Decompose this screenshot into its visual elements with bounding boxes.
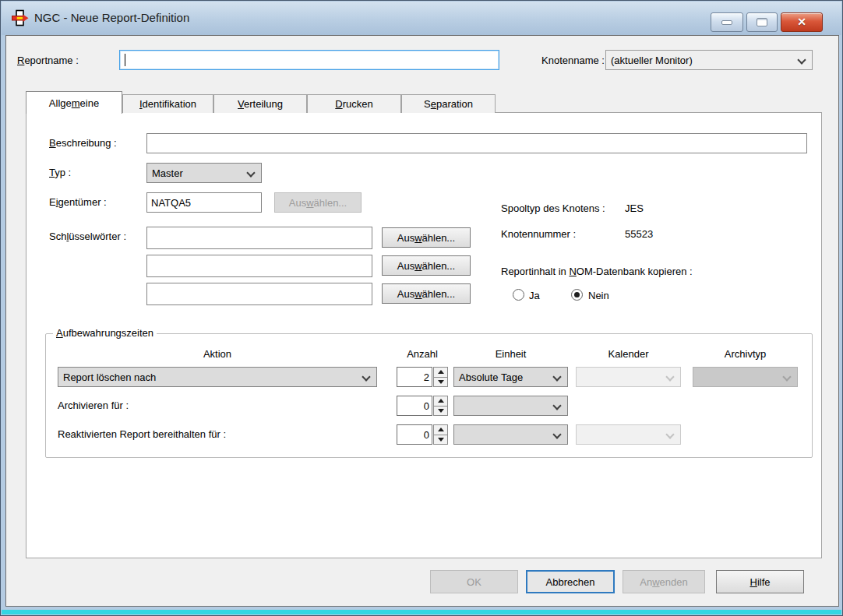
- tab-identifikation[interactable]: Identifikation: [122, 94, 213, 113]
- arrow-up-icon: [438, 428, 444, 431]
- typ-value: Master: [152, 167, 183, 180]
- kalender-dropdown-1: [576, 367, 681, 387]
- chevron-down-icon: [246, 168, 255, 177]
- screen: NGC - Neue Report-Definition Reportname …: [0, 0, 843, 616]
- chevron-down-icon: [665, 430, 674, 438]
- beschreibung-input[interactable]: [146, 133, 807, 153]
- typ-label: Typ :: [49, 167, 71, 179]
- dialog-client-area: Reportname : Knotenname : (aktueller Mon…: [5, 35, 839, 607]
- spinner-down-button[interactable]: [433, 435, 448, 445]
- keyword-auswaehlen-button-2[interactable]: Auswählen...: [382, 255, 471, 276]
- title-bar[interactable]: NGC - Neue Report-Definition: [2, 2, 841, 35]
- aktion-dropdown[interactable]: Report löschen nach: [58, 367, 377, 387]
- text-caret: [125, 54, 125, 66]
- spooltyp-value: JES: [625, 202, 644, 215]
- hilfe-button[interactable]: Hilfe: [716, 570, 804, 593]
- keyword-input-3[interactable]: [146, 283, 372, 305]
- app-icon: [12, 9, 29, 26]
- arrow-down-icon: [438, 438, 444, 442]
- tab-strip: Allgemeine Identifikation Verteilung Dru…: [26, 90, 496, 113]
- dialog-window: NGC - Neue Report-Definition Reportname …: [0, 0, 843, 616]
- einheit-value-1: Absolute Tage: [459, 371, 523, 384]
- knotennummer-label: Knotennummer :: [501, 228, 576, 241]
- radio-nein[interactable]: [571, 289, 583, 301]
- schluesselwoerter-label: Schlüsselwörter :: [49, 231, 126, 243]
- beschreibung-label: Beschreibung :: [49, 137, 117, 150]
- tab-verteilung[interactable]: Verteilung: [213, 94, 307, 113]
- spinner-up-button[interactable]: [433, 424, 448, 435]
- chevron-down-icon: [552, 372, 561, 381]
- anzahl-value-2[interactable]: 0: [397, 396, 432, 416]
- radio-ja[interactable]: [513, 289, 524, 301]
- eigentuemer-label: Eigentümer :: [49, 196, 107, 209]
- ok-button: OK: [430, 570, 518, 593]
- maximize-button[interactable]: [746, 12, 778, 32]
- column-header-anzahl: Anzahl: [397, 348, 448, 361]
- chevron-down-icon: [797, 55, 806, 64]
- archivtyp-dropdown-1: [693, 367, 798, 387]
- anzahl-value-3[interactable]: 0: [397, 424, 432, 445]
- window-controls: [711, 12, 823, 32]
- arrow-down-icon: [438, 380, 444, 384]
- einheit-dropdown-2[interactable]: [453, 396, 568, 416]
- reportname-label: Reportname :: [17, 55, 79, 67]
- keyword-auswaehlen-button-1[interactable]: Auswählen...: [382, 227, 471, 248]
- kalender-dropdown-3: [576, 424, 681, 445]
- close-icon: [797, 16, 806, 28]
- arrow-up-icon: [438, 399, 444, 403]
- eigentuemer-input[interactable]: [146, 192, 262, 213]
- aufbewahrungszeiten-group: Aufbewahrungszeiten Aktion Anzahl Einhei…: [45, 333, 813, 458]
- archivieren-fuer-label: Archivieren für :: [58, 400, 129, 412]
- keyword-input-2[interactable]: [146, 255, 372, 277]
- spinner-down-button[interactable]: [433, 407, 448, 417]
- knotennummer-value: 55523: [625, 228, 653, 241]
- anzahl-spinner-2: 0: [397, 396, 448, 416]
- eigentuemer-auswaehlen-button: Auswählen...: [274, 192, 362, 213]
- spooltyp-label: Spooltyp des Knotens :: [501, 202, 605, 215]
- arrow-up-icon: [438, 370, 444, 374]
- radio-ja-label[interactable]: Ja: [529, 290, 540, 302]
- chevron-down-icon: [552, 401, 561, 410]
- aktion-value: Report löschen nach: [63, 371, 156, 384]
- knotenname-label: Knotenname :: [541, 55, 605, 67]
- close-button[interactable]: [781, 12, 823, 32]
- abbrechen-button[interactable]: Abbrechen: [526, 570, 615, 593]
- spinner-down-button[interactable]: [433, 378, 448, 388]
- knotenname-dropdown[interactable]: (aktueller Monitor): [605, 50, 813, 70]
- column-header-einheit: Einheit: [453, 348, 568, 361]
- spinner-up-button[interactable]: [433, 367, 448, 378]
- anwenden-button: Anwenden: [623, 570, 705, 593]
- chevron-down-icon: [665, 372, 674, 381]
- tab-panel-allgemeine: Beschreibung : Typ : Master Eigentümer :…: [26, 112, 822, 558]
- aufbewahrungszeiten-title: Aufbewahrungszeiten: [53, 327, 157, 340]
- tab-drucken[interactable]: Drucken: [307, 94, 401, 113]
- arrow-down-icon: [438, 409, 444, 413]
- column-header-kalender: Kalender: [576, 348, 681, 361]
- window-title: NGC - Neue Report-Definition: [34, 11, 189, 24]
- anzahl-spinner-3: 0: [397, 424, 448, 445]
- tab-separation[interactable]: Separation: [401, 94, 496, 113]
- einheit-dropdown-1[interactable]: Absolute Tage: [453, 367, 568, 387]
- minimize-button[interactable]: [711, 12, 743, 32]
- anzahl-spinner-1: 2: [397, 367, 448, 387]
- einheit-dropdown-3[interactable]: [453, 424, 568, 445]
- tab-allgemeine[interactable]: Allgemeine: [26, 91, 122, 114]
- knotenname-value: (aktueller Monitor): [611, 55, 693, 67]
- window-bottom-border: [2, 610, 841, 614]
- copy-to-nom-label: Reportinhalt in NOM-Datenbank kopieren :: [501, 266, 693, 278]
- column-header-archivtyp: Archivtyp: [693, 348, 798, 361]
- spinner-up-button[interactable]: [433, 396, 448, 407]
- chevron-down-icon: [782, 372, 791, 381]
- column-header-aktion: Aktion: [58, 348, 377, 361]
- chevron-down-icon: [552, 430, 561, 438]
- keyword-input-1[interactable]: [146, 227, 372, 249]
- anzahl-value-1[interactable]: 2: [397, 367, 432, 387]
- chevron-down-icon: [362, 372, 370, 381]
- keyword-auswaehlen-button-3[interactable]: Auswählen...: [382, 283, 471, 304]
- reaktivierten-report-label: Reaktivierten Report bereithalten für :: [58, 428, 226, 441]
- minimize-icon: [721, 20, 732, 25]
- maximize-icon: [757, 18, 767, 26]
- radio-nein-label[interactable]: Nein: [588, 290, 609, 302]
- reportname-input[interactable]: [119, 50, 499, 70]
- typ-dropdown[interactable]: Master: [146, 163, 262, 183]
